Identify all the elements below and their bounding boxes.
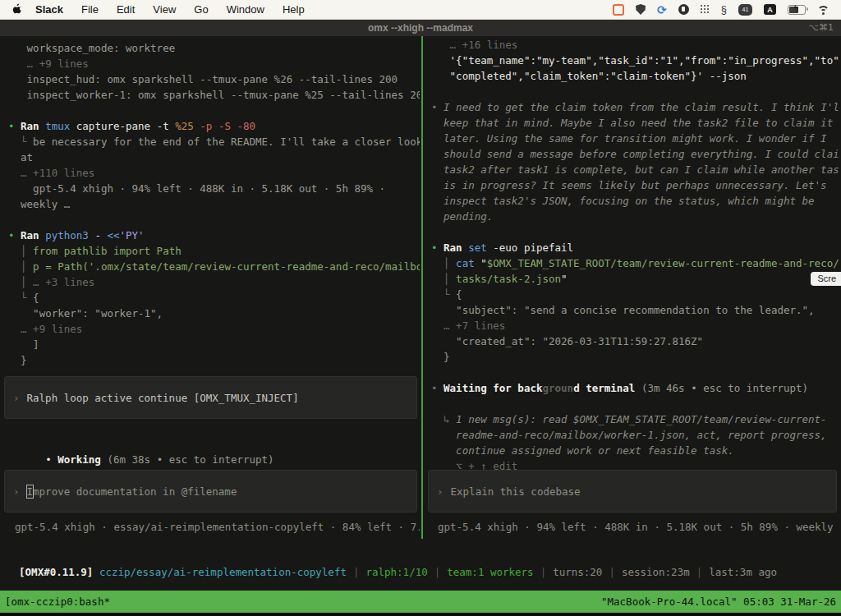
terminal-line bbox=[8, 212, 420, 228]
omx-session: session:23m bbox=[622, 566, 690, 578]
terminal-text: should send a message before completing … bbox=[431, 148, 839, 160]
terminal-text: groun bbox=[542, 382, 573, 394]
menu-item-view[interactable]: View bbox=[144, 3, 185, 16]
terminal-text: • bbox=[431, 241, 443, 254]
terminal-line: │ p = Path('.omx/state/team/review-curre… bbox=[8, 259, 420, 274]
terminal-text: -p -S -80 bbox=[200, 120, 255, 132]
terminal-output-right: … +16 lines '{"team_name":"my-team","tas… bbox=[431, 37, 839, 474]
terminal-text: … +3 lines bbox=[33, 276, 94, 288]
terminal-text: … +9 lines bbox=[8, 57, 89, 70]
shield-icon[interactable] bbox=[636, 4, 646, 15]
tmux-pane-left[interactable]: workspace_mode: worktree … +9 lines insp… bbox=[0, 36, 421, 542]
tmux-pane-right[interactable]: … +16 lines '{"team_name":"my-team","tas… bbox=[424, 36, 841, 542]
menu-item-help[interactable]: Help bbox=[273, 3, 314, 16]
wifi-icon[interactable] bbox=[817, 5, 830, 15]
terminal-text: -euo pipefail bbox=[493, 241, 573, 254]
terminal-text: Ran bbox=[443, 241, 468, 254]
window-shortcut: ⌥⌘1 bbox=[808, 20, 834, 36]
sync-icon[interactable]: ⟳ bbox=[657, 4, 667, 16]
battery-charging-icon[interactable]: ϟ bbox=[788, 5, 806, 15]
terminal-text: Waiting for back bbox=[443, 382, 542, 394]
menu-item-window[interactable]: Window bbox=[218, 3, 273, 16]
terminal-line: pending. bbox=[431, 209, 839, 224]
terminal-line: task2 after task1 is complete, but can I… bbox=[431, 162, 839, 177]
terminal-text: tasks/task-2.json bbox=[456, 273, 561, 285]
screen-recording-icon[interactable] bbox=[613, 4, 624, 16]
terminal-text: keep that in mind. Maybe I also need the… bbox=[431, 117, 833, 129]
terminal-text: - bbox=[94, 229, 107, 241]
prompt-chevron: › bbox=[13, 392, 20, 404]
terminal-text: d terminal bbox=[573, 382, 641, 394]
terminal-text: … +7 lines bbox=[431, 319, 505, 332]
prompt-input-right[interactable]: › Explain this codebase bbox=[428, 470, 837, 513]
terminal-line: workspace_mode: worktree bbox=[8, 40, 420, 56]
terminal-line: • Ran tmux capture-pane -t %25 -p -S -80 bbox=[8, 118, 420, 134]
terminal-text: is in progress? It seems likely but perh… bbox=[431, 179, 827, 191]
terminal-text: └ bbox=[8, 136, 33, 148]
terminal-text: inspect_worker-1: omx sparkshell --tmux-… bbox=[8, 89, 420, 101]
input-text-left: mprove documentation in @filename bbox=[33, 485, 237, 498]
terminal-line: │ tasks/task-2.json" bbox=[431, 271, 839, 287]
terminal-text: └ bbox=[8, 292, 33, 304]
terminal-line: continue assigned work or next feasible … bbox=[431, 443, 839, 458]
terminal-text: └ bbox=[431, 288, 456, 301]
terminal-text: pending. bbox=[431, 210, 493, 223]
terminal-line bbox=[431, 84, 839, 99]
omx-last: last:3m ago bbox=[709, 566, 777, 578]
terminal-line: '{"team_name":"my-team","task_id":"1","f… bbox=[431, 53, 839, 68]
input-placeholder-right: Explain this codebase bbox=[451, 485, 581, 498]
menu-status-icons: ⟳ § 41 A ϟ bbox=[613, 4, 841, 16]
dark-app-icon[interactable] bbox=[678, 4, 689, 15]
terminal-text: │ bbox=[8, 245, 33, 257]
terminal-text: … +110 lines bbox=[8, 167, 94, 179]
text-cursor: I bbox=[27, 485, 34, 498]
terminal-line bbox=[431, 365, 839, 380]
window-title-bar[interactable]: omx --xhigh --madmax ⌥⌘1 bbox=[0, 20, 841, 36]
terminal-line: │ from pathlib import Path bbox=[8, 243, 420, 259]
terminal-text: inspect_hud: omx sparkshell --tmux-pane … bbox=[8, 73, 398, 85]
terminal-line: should send a message before completing … bbox=[431, 146, 839, 162]
badge-41-icon[interactable]: 41 bbox=[738, 4, 752, 16]
terminal-line: │ cat "$OMX_TEAM_STATE_ROOT/team/review-… bbox=[431, 255, 839, 271]
terminal-text: be necessary for the end of the README. … bbox=[33, 136, 420, 148]
terminal-line: ↳ 1 new msg(s): read $OMX_TEAM_STATE_ROO… bbox=[431, 411, 839, 427]
terminal-line: keep that in mind. Maybe I also need the… bbox=[431, 115, 839, 131]
prompt-input-left[interactable]: › Improve documentation in @filename bbox=[4, 470, 417, 513]
terminal-text: … +16 lines bbox=[431, 39, 517, 51]
terminal-line: gpt-5.4 xhigh · 94% left · 488K in · 5.1… bbox=[8, 181, 420, 196]
terminal-text: readme-and-reco/mailbox/worker-1.json, a… bbox=[431, 429, 827, 441]
terminal-text: $OMX_TEAM_STATE_ROOT/team/review-current… bbox=[487, 257, 839, 269]
omx-team-workers: team:1 workers bbox=[447, 566, 533, 578]
menu-item-file[interactable]: File bbox=[72, 3, 108, 16]
terminal-text: %25 bbox=[175, 120, 200, 132]
grid-dots-icon[interactable] bbox=[701, 5, 710, 14]
terminal-line: └ be necessary for the end of the README… bbox=[8, 134, 420, 149]
terminal-line: "worker": "worker-1", bbox=[8, 306, 420, 321]
menu-item-slack[interactable]: Slack bbox=[26, 3, 72, 16]
terminal-line bbox=[8, 103, 420, 118]
menu-item-edit[interactable]: Edit bbox=[108, 3, 144, 16]
keyboard-layout-icon[interactable]: A bbox=[764, 4, 776, 15]
terminal-text: later. Using the same for transition mig… bbox=[431, 132, 827, 145]
menu-item-go[interactable]: Go bbox=[185, 3, 217, 16]
separator: | bbox=[353, 566, 360, 578]
terminal-line: } bbox=[431, 349, 839, 365]
terminal-text: "worker": "worker-1", bbox=[8, 307, 163, 319]
terminal-text: weekly … bbox=[8, 198, 70, 210]
section-sign-icon[interactable]: § bbox=[721, 4, 727, 15]
terminal-text: │ bbox=[431, 273, 456, 285]
terminal-line: … +9 lines bbox=[8, 56, 420, 71]
terminal-line bbox=[431, 224, 839, 240]
pane-divider[interactable] bbox=[421, 36, 423, 539]
terminal-text: task2 after task1 is complete, but can I… bbox=[431, 163, 839, 176]
tmux-session-name[interactable]: [omx-cczip0:bash* bbox=[5, 595, 110, 608]
terminal-line: is in progress? It seems likely but perh… bbox=[431, 177, 839, 193]
terminal-text: capture-pane bbox=[76, 120, 157, 132]
terminal-output-left: workspace_mode: worktree … +9 lines insp… bbox=[8, 40, 420, 368]
working-label: Working bbox=[57, 453, 107, 466]
terminal-line: └ { bbox=[431, 287, 839, 302]
terminal-text: • bbox=[8, 229, 21, 241]
apple-logo-icon[interactable] bbox=[12, 3, 23, 16]
menu-bar: SlackFileEditViewGoWindowHelp ⟳ § 41 A ϟ bbox=[0, 0, 841, 20]
terminal-text: from pathlib import Path bbox=[33, 245, 182, 257]
